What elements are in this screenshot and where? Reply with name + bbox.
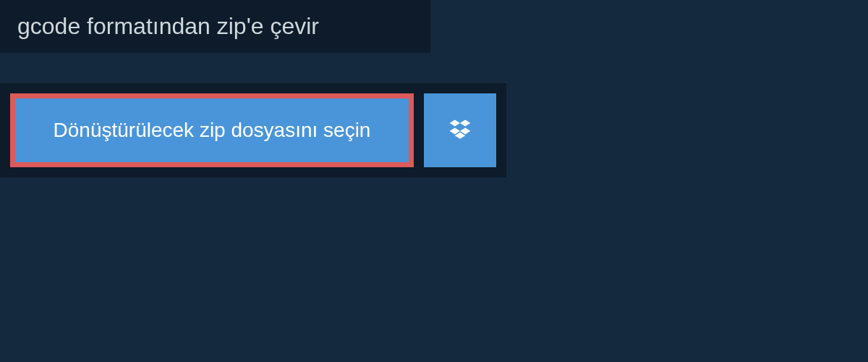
select-file-button[interactable]: Dönüştürülecek zip dosyasını seçin <box>10 93 414 167</box>
page-title: gcode formatından zip'e çevir <box>17 13 413 40</box>
header-bar: gcode formatından zip'e çevir <box>0 0 430 53</box>
dropbox-button[interactable] <box>424 93 496 167</box>
dropbox-icon <box>447 117 473 143</box>
upload-panel: Dönüştürülecek zip dosyasını seçin <box>0 83 506 177</box>
